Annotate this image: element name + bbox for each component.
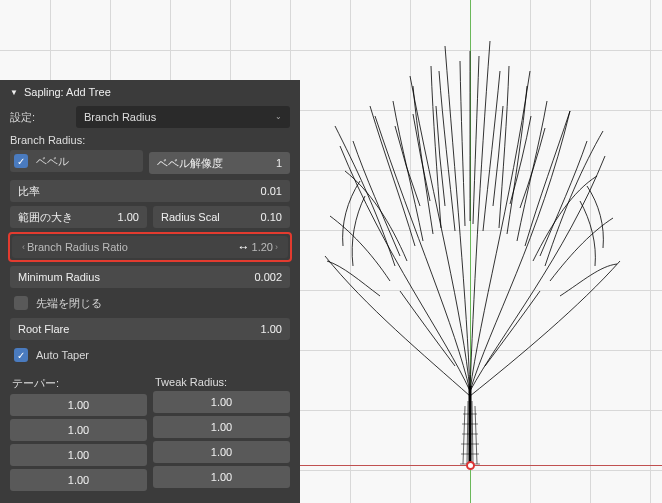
tweak-1[interactable]: 1.00 [153,416,290,438]
operator-panel: ▼ Sapling: Add Tree 設定: Branch Radius ⌄ … [0,80,300,503]
chevron-left-icon: ‹ [20,236,27,258]
minr-label: Minimum Radius [18,266,100,288]
highlighted-field: ‹ Branch Radius Ratio ↔ 1.20 › [8,232,292,262]
root-flare-field[interactable]: Root Flare 1.00 [10,318,290,340]
tweak-0[interactable]: 1.00 [153,391,290,413]
taper-1[interactable]: 1.00 [10,419,147,441]
brr-label: Branch Radius Ratio [27,236,234,258]
rsr-value: 1.00 [118,206,139,228]
checkbox-on-icon: ✓ [14,154,28,168]
minimum-radius-field[interactable]: Minimum Radius 0.002 [10,266,290,288]
ratio-field[interactable]: 比率 0.01 [10,180,290,202]
settings-dropdown[interactable]: Branch Radius ⌄ [76,106,290,128]
rs-value: 0.10 [261,206,282,228]
rsr-label: 範囲の大き [18,206,73,228]
section-label: Branch Radius: [10,134,290,146]
checkbox-off-icon [14,296,28,310]
bevel-res-label: ベベル解像度 [157,152,223,174]
close-tip-checkbox[interactable]: 先端を閉じる [10,292,290,314]
branch-radius-ratio-field[interactable]: ‹ Branch Radius Ratio ↔ 1.20 › [12,236,288,258]
brr-value: 1.20 [252,236,273,258]
bevel-checkbox-row[interactable]: ✓ ベベル [10,150,143,172]
rf-label: Root Flare [18,318,69,340]
panel-title: Sapling: Add Tree [24,86,111,98]
minr-value: 0.002 [254,266,282,288]
bevel-res-value: 1 [276,152,282,174]
tweak-3[interactable]: 1.00 [153,466,290,488]
bevel-resolution-field[interactable]: ベベル解像度 1 [149,152,290,174]
bevel-label: ベベル [36,154,69,169]
cursor-3d [466,461,475,470]
drag-cursor-icon: ↔ [238,236,248,258]
panel-header[interactable]: ▼ Sapling: Add Tree [10,80,290,106]
close-tip-label: 先端を閉じる [36,296,102,311]
checkbox-on-icon: ✓ [14,348,28,362]
taper-header: テーパー: [12,376,147,391]
rf-value: 1.00 [261,318,282,340]
settings-selected: Branch Radius [84,106,156,128]
radius-scale-range-field[interactable]: 範囲の大き 1.00 [10,206,147,228]
ratio-label: 比率 [18,180,40,202]
ratio-value: 0.01 [261,180,282,202]
radius-scale-field[interactable]: Radius Scal 0.10 [153,206,290,228]
chevron-down-icon: ⌄ [275,106,282,128]
taper-0[interactable]: 1.00 [10,394,147,416]
taper-2[interactable]: 1.00 [10,444,147,466]
auto-taper-checkbox[interactable]: ✓ Auto Taper [10,344,290,366]
disclosure-icon: ▼ [10,88,18,97]
tweak-2[interactable]: 1.00 [153,441,290,463]
tree-wireframe [305,6,645,476]
chevron-right-icon: › [273,236,280,258]
rs-label: Radius Scal [161,206,220,228]
taper-3[interactable]: 1.00 [10,469,147,491]
tweak-radius-header: Tweak Radius: [155,376,290,388]
settings-label: 設定: [10,110,70,125]
auto-taper-label: Auto Taper [36,349,89,361]
